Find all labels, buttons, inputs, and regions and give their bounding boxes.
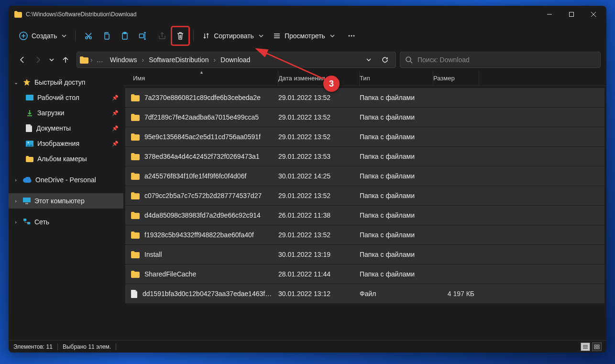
table-row[interactable]: dd1591bfa3d0c12b04273aa37edae1463f…30.01… [125, 284, 604, 304]
view-button[interactable]: Просмотреть [268, 26, 340, 45]
sidebar-label: Документы [36, 124, 71, 132]
sort-button[interactable]: Сортировать [198, 26, 268, 45]
col-type[interactable]: Тип [360, 71, 433, 86]
col-date[interactable]: Дата изменения [278, 71, 360, 86]
table-row[interactable]: d4da85098c38983fd7a2d9e66c92c91426.01.20… [125, 206, 604, 225]
overflow-icon[interactable]: … [95, 56, 105, 64]
table-row[interactable]: c079cc2b5a7c7c572b2d287774537d2729.01.20… [125, 186, 604, 206]
copy-icon [102, 32, 111, 40]
status-count: Элементов: 11 [13, 343, 53, 350]
sidebar-item-pictures[interactable]: Изображения 📌 [9, 136, 123, 151]
status-selected: Выбрано 11 элем. [63, 343, 111, 350]
col-name[interactable]: ▲ Имя [125, 71, 278, 86]
svg-rect-25 [25, 203, 28, 204]
pin-icon: 📌 [112, 95, 119, 101]
svg-point-19 [406, 57, 411, 62]
file-type: Папка с файлами [360, 192, 433, 199]
svg-line-20 [410, 61, 412, 63]
sidebar-item-network[interactable]: › Сеть [9, 214, 123, 230]
copy-button[interactable] [98, 26, 116, 45]
more-button[interactable] [342, 26, 361, 45]
address-dropdown[interactable] [362, 57, 375, 63]
new-label: Создать [32, 32, 57, 40]
cut-button[interactable] [79, 26, 98, 45]
up-button[interactable] [61, 55, 70, 64]
file-pane: ▲ Имя Дата изменения Тип Размер 7a2370e8… [123, 71, 606, 340]
svg-rect-34 [597, 347, 599, 349]
table-row[interactable]: a245576f834f10fe1f4f9f6fc0f4d06f30.01.20… [125, 166, 604, 186]
breadcrumb-windows[interactable]: Windows [107, 54, 140, 66]
sidebar-item-camera[interactable]: Альбом камеры [9, 151, 123, 166]
trash-icon [176, 32, 185, 40]
chevron-right-icon: › [142, 56, 144, 64]
svg-rect-33 [594, 347, 596, 349]
table-row[interactable]: 378ed364a4d4c42452f732f0269473a129.01.20… [125, 147, 604, 166]
sort-asc-icon: ▲ [199, 71, 204, 75]
file-type: Файл [360, 290, 433, 298]
sidebar-item-onedrive[interactable]: › OneDrive - Personal [9, 172, 123, 188]
share-button[interactable] [153, 26, 171, 45]
separator [75, 30, 76, 42]
nav-arrows [14, 55, 73, 64]
paste-button[interactable] [116, 26, 134, 45]
search-box[interactable] [400, 52, 601, 68]
sidebar-item-downloads[interactable]: Загрузки 📌 [9, 105, 123, 121]
cloud-icon [23, 177, 32, 183]
sidebar-item-desktop[interactable]: Рабочий стол 📌 [9, 90, 123, 105]
table-row[interactable]: f19328c5b94332ff948822bae60fa40f29.01.20… [125, 225, 604, 245]
file-name: 95e9c1356845ac2e5d11cd756aa0591f [144, 133, 261, 141]
separator [193, 30, 194, 42]
thumbnails-view-button[interactable] [592, 342, 602, 351]
table-row[interactable]: SharedFileCache28.01.2022 11:44Папка с ф… [125, 265, 604, 284]
table-row[interactable]: 95e9c1356845ac2e5d11cd756aa0591f29.01.20… [125, 127, 604, 147]
sidebar-item-this-pc[interactable]: › Этот компьютер [9, 193, 123, 209]
delete-button[interactable] [171, 26, 189, 45]
table-row[interactable]: 7df2189c7fe42aadba6a7015e499cca529.01.20… [125, 108, 604, 127]
table-row[interactable]: Install30.01.2022 13:19Папка с файлами [125, 245, 604, 265]
file-name: Install [144, 251, 162, 258]
minimize-button[interactable] [538, 7, 560, 22]
file-date: 29.01.2022 13:52 [278, 94, 360, 101]
maximize-button[interactable] [560, 7, 582, 22]
new-button[interactable]: Создать [14, 26, 71, 45]
sidebar-item-documents[interactable]: Документы 📌 [9, 121, 123, 136]
svg-point-18 [353, 35, 354, 36]
column-headers: ▲ Имя Дата изменения Тип Размер [123, 71, 606, 86]
sort-label: Сортировать [214, 32, 254, 40]
forward-button[interactable] [33, 55, 42, 64]
svg-rect-32 [597, 345, 599, 346]
folder-icon [14, 11, 22, 18]
pictures-icon [26, 141, 33, 147]
close-button[interactable] [582, 7, 604, 22]
svg-rect-31 [594, 345, 596, 346]
search-input[interactable] [417, 56, 595, 64]
table-row[interactable]: 7a2370e8860821c89cdfe6b3cebeda2e29.01.20… [125, 88, 604, 108]
rename-button[interactable] [134, 26, 153, 45]
svg-point-16 [348, 35, 350, 36]
chevron-right-icon: › [213, 56, 216, 64]
search-icon [405, 56, 413, 64]
breadcrumb-softwaredistribution[interactable]: SoftwareDistribution [146, 54, 211, 66]
file-name: 7df2189c7fe42aadba6a7015e499cca5 [144, 113, 259, 121]
file-type: Папка с файлами [360, 270, 433, 278]
file-name: c079cc2b5a7c7c572b2d287774537d27 [144, 192, 262, 199]
svg-rect-9 [105, 34, 109, 39]
recent-button[interactable] [49, 57, 55, 63]
file-name: d4da85098c38983fd7a2d9e66c92c914 [144, 211, 261, 219]
file-list: 7a2370e8860821c89cdfe6b3cebeda2e29.01.20… [123, 86, 606, 340]
network-icon [23, 219, 31, 225]
svg-point-17 [351, 35, 352, 36]
monitor-icon [23, 198, 31, 204]
sidebar-item-quick-access[interactable]: ⌄ Быстрый доступ [9, 75, 123, 90]
ellipsis-icon [347, 32, 356, 40]
pin-icon: 📌 [112, 125, 119, 132]
chevron-down-icon [330, 33, 335, 38]
address-bar[interactable]: › … Windows › SoftwareDistribution › Dow… [77, 52, 396, 68]
back-button[interactable] [18, 55, 27, 64]
details-view-button[interactable] [581, 342, 590, 351]
breadcrumb-download[interactable]: Download [218, 54, 253, 66]
refresh-button[interactable] [377, 56, 393, 64]
col-size[interactable]: Размер [433, 71, 479, 86]
title-bar: C:\Windows\SoftwareDistribution\Download [9, 6, 606, 23]
file-name: SharedFileCache [144, 270, 196, 278]
